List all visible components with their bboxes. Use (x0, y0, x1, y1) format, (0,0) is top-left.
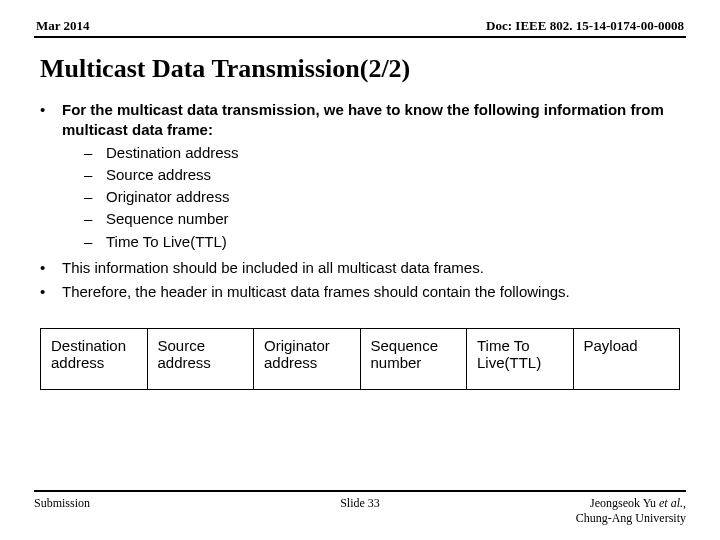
field-source-address: Source address (147, 329, 254, 390)
bullet-list: For the multicast data transmission, we … (34, 100, 686, 302)
footer-left: Submission (34, 496, 90, 511)
frame-format-table: Destination address Source address Origi… (40, 328, 680, 390)
subitem-text: Originator address (106, 187, 229, 207)
footer-right: Jeongseok Yu et al., Chung-Ang Universit… (576, 496, 686, 526)
field-sequence-number: Sequence number (360, 329, 467, 390)
header-docref: Doc: IEEE 802. 15-14-0174-00-0008 (486, 18, 684, 34)
slide: Mar 2014 Doc: IEEE 802. 15-14-0174-00-00… (0, 0, 720, 540)
bullet-2-text: This information should be included in a… (62, 259, 484, 276)
slide-title: Multicast Data Transmission(2/2) (40, 54, 686, 84)
dash-icon (84, 143, 106, 163)
bullet-dot-icon (36, 282, 62, 302)
field-originator-address: Originator address (254, 329, 361, 390)
dash-icon (84, 209, 106, 229)
dash-icon (84, 165, 106, 185)
header-date: Mar 2014 (36, 18, 90, 34)
subitem: Destination address (84, 143, 678, 163)
dash-icon (84, 187, 106, 207)
header-bar: Mar 2014 Doc: IEEE 802. 15-14-0174-00-00… (34, 18, 686, 38)
subitem-text: Time To Live(TTL) (106, 232, 227, 252)
subitem: Sequence number (84, 209, 678, 229)
subitem: Time To Live(TTL) (84, 232, 678, 252)
footer-author: Jeongseok Yu (590, 496, 656, 510)
bullet-1-sublist: Destination address Source address Origi… (84, 143, 678, 252)
bullet-1-text: For the multicast data transmission, we … (62, 101, 664, 138)
bullet-1: For the multicast data transmission, we … (36, 100, 678, 254)
dash-icon (84, 232, 106, 252)
field-ttl: Time To Live(TTL) (467, 329, 574, 390)
bullet-3: Therefore, the header in multicast data … (36, 282, 678, 302)
bullet-2: This information should be included in a… (36, 258, 678, 278)
subitem-text: Destination address (106, 143, 239, 163)
footer-affiliation: Chung-Ang University (576, 511, 686, 525)
subitem-text: Source address (106, 165, 211, 185)
footer-bar: Submission Slide 33 Jeongseok Yu et al.,… (34, 490, 686, 526)
bullet-dot-icon (36, 100, 62, 254)
table-row: Destination address Source address Origi… (41, 329, 680, 390)
subitem: Originator address (84, 187, 678, 207)
subitem: Source address (84, 165, 678, 185)
bullet-dot-icon (36, 258, 62, 278)
field-destination-address: Destination address (41, 329, 148, 390)
subitem-text: Sequence number (106, 209, 229, 229)
footer-etal: et al. (656, 496, 683, 510)
bullet-3-text: Therefore, the header in multicast data … (62, 283, 570, 300)
field-payload: Payload (573, 329, 680, 390)
